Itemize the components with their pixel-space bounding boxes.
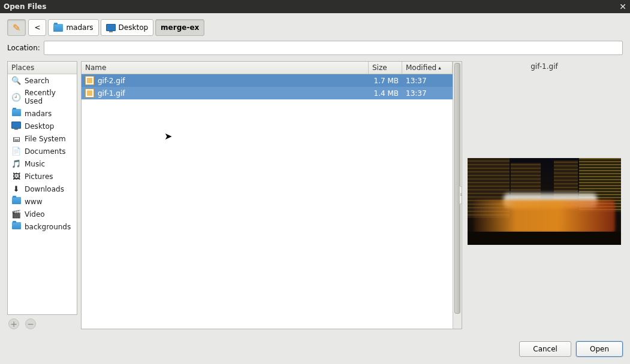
- breadcrumb-desktop[interactable]: Desktop: [101, 19, 154, 36]
- breadcrumb: < madars Desktop merge-ex: [28, 19, 204, 36]
- place-filesystem[interactable]: 🖴File System: [8, 132, 77, 145]
- places-panel: Places 🔍Search 🕘Recently Used madars Des…: [7, 61, 77, 315]
- file-header: Name Size Modified▴: [82, 62, 453, 74]
- toolbar: ✎ < madars Desktop merge-ex: [0, 13, 630, 41]
- video-icon: 🎬: [11, 210, 21, 219]
- folder-icon: [11, 109, 21, 118]
- file-row[interactable]: gif-2.gif 1.7 MB 13:37: [82, 74, 453, 87]
- edit-path-button[interactable]: ✎: [7, 19, 26, 36]
- image-file-icon: [85, 76, 94, 85]
- titlebar: Open Files ✕: [0, 0, 630, 13]
- folder-icon: [11, 197, 21, 206]
- open-button[interactable]: Open: [576, 341, 623, 357]
- places-list: 🔍Search 🕘Recently Used madars Desktop 🖴F…: [8, 74, 77, 314]
- pencil-icon: ✎: [13, 22, 20, 34]
- search-icon: 🔍: [11, 76, 21, 85]
- image-file-icon: [85, 89, 94, 98]
- drive-icon: 🖴: [11, 134, 21, 143]
- location-label: Location:: [7, 44, 40, 52]
- place-video[interactable]: 🎬Video: [8, 208, 77, 220]
- file-rows: gif-2.gif 1.7 MB 13:37 gif-1.gif 1.4 MB …: [82, 74, 453, 99]
- window-title: Open Files: [4, 2, 46, 11]
- place-music[interactable]: 🎵Music: [8, 157, 77, 170]
- breadcrumb-merge-ex[interactable]: merge-ex: [155, 19, 204, 36]
- sort-asc-icon: ▴: [438, 65, 441, 71]
- pane-resize-grip[interactable]: [460, 186, 462, 204]
- add-bookmark-button[interactable]: +: [8, 318, 19, 329]
- downloads-icon: ⬇: [11, 184, 21, 193]
- place-search[interactable]: 🔍Search: [8, 74, 77, 87]
- breadcrumb-back[interactable]: <: [28, 19, 46, 36]
- col-name[interactable]: Name: [82, 62, 369, 74]
- preview-panel: gif-1.gif: [466, 61, 623, 329]
- place-www[interactable]: www: [8, 195, 77, 208]
- desktop-icon: [11, 122, 21, 131]
- main-area: Places 🔍Search 🕘Recently Used madars Des…: [0, 61, 630, 329]
- close-icon[interactable]: ✕: [619, 2, 626, 11]
- places-footer: + −: [7, 315, 77, 329]
- place-recent[interactable]: 🕘Recently Used: [8, 87, 77, 107]
- col-modified[interactable]: Modified▴: [402, 62, 453, 74]
- music-icon: 🎵: [11, 159, 21, 168]
- place-desktop[interactable]: Desktop: [8, 120, 77, 132]
- breadcrumb-madars[interactable]: madars: [48, 19, 98, 36]
- documents-icon: 📄: [11, 147, 21, 156]
- dialog-footer: Cancel Open: [0, 335, 630, 364]
- col-size[interactable]: Size: [369, 62, 402, 74]
- place-backgrounds[interactable]: backgrounds: [8, 220, 77, 233]
- remove-bookmark-button[interactable]: −: [25, 318, 36, 329]
- place-downloads[interactable]: ⬇Downloads: [8, 183, 77, 195]
- cancel-button[interactable]: Cancel: [519, 341, 571, 357]
- places-header: Places: [8, 62, 77, 74]
- file-list-panel: Name Size Modified▴ gif-2.gif 1.7 MB 13:…: [81, 61, 462, 329]
- file-row[interactable]: gif-1.gif 1.4 MB 13:37: [82, 87, 453, 99]
- location-row: Location:: [0, 41, 630, 61]
- location-input[interactable]: [44, 41, 623, 55]
- file-list: Name Size Modified▴ gif-2.gif 1.7 MB 13:…: [82, 62, 453, 329]
- preview-image: [468, 158, 621, 245]
- preview-filename: gif-1.gif: [530, 62, 557, 71]
- place-pictures[interactable]: 🖼Pictures: [8, 170, 77, 183]
- pictures-icon: 🖼: [11, 172, 21, 181]
- place-home[interactable]: madars: [8, 107, 77, 120]
- folder-icon: [53, 24, 63, 32]
- recent-icon: 🕘: [11, 93, 21, 102]
- desktop-icon: [106, 24, 116, 31]
- place-documents[interactable]: 📄Documents: [8, 145, 77, 157]
- folder-icon: [11, 222, 21, 231]
